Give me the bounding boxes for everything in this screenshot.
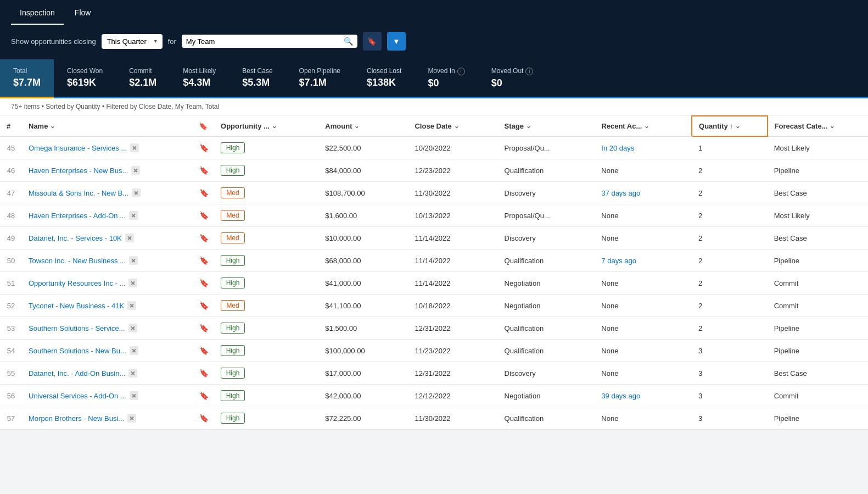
name-link[interactable]: Tyconet - New Business - 41K bbox=[29, 302, 124, 310]
cell-name[interactable]: Towson Inc. - New Business ... bbox=[22, 249, 192, 272]
cell-name[interactable]: Southern Solutions - Service... bbox=[22, 317, 192, 340]
cross-icon[interactable] bbox=[125, 234, 134, 242]
recent-activity-link[interactable]: 39 days ago bbox=[601, 392, 640, 400]
cell-bookmark[interactable]: 🔖 bbox=[192, 227, 214, 249]
cell-bookmark[interactable]: 🔖 bbox=[192, 272, 214, 295]
cell-name[interactable]: Omega Insurance - Services ... bbox=[22, 136, 192, 159]
row-bookmark-icon[interactable]: 🔖 bbox=[199, 346, 207, 355]
row-bookmark-icon[interactable]: 🔖 bbox=[199, 301, 207, 310]
col-header-amount[interactable]: Amount ⌄ bbox=[318, 116, 408, 136]
col-header-forecast[interactable]: Forecast Cate... ⌄ bbox=[768, 116, 868, 136]
summary-item-closed_lost[interactable]: Closed Lost$138K bbox=[354, 59, 415, 97]
tab-flow[interactable]: Flow bbox=[66, 2, 100, 25]
row-bookmark-icon[interactable]: 🔖 bbox=[199, 414, 207, 423]
info-icon-moved_out[interactable]: i bbox=[525, 68, 533, 75]
name-link[interactable]: Datanet, Inc. - Services - 10K bbox=[29, 234, 122, 242]
cell-bookmark[interactable]: 🔖 bbox=[192, 340, 214, 362]
cell-name[interactable]: Haven Enterprises - New Bus... bbox=[22, 159, 192, 182]
row-bookmark-icon[interactable]: 🔖 bbox=[199, 188, 207, 197]
row-bookmark-icon[interactable]: 🔖 bbox=[199, 369, 207, 378]
cell-name[interactable]: Universal Services - Add-On ... bbox=[22, 385, 192, 407]
cell-name[interactable]: Datanet, Inc. - Services - 10K bbox=[22, 227, 192, 249]
cell-recent-activity[interactable]: 37 days ago bbox=[595, 182, 692, 204]
period-select-wrapper[interactable]: This Quarter bbox=[102, 34, 163, 49]
col-header-name[interactable]: Name ⌄ bbox=[22, 116, 192, 136]
cell-bookmark[interactable]: 🔖 bbox=[192, 362, 214, 385]
cell-bookmark[interactable]: 🔖 bbox=[192, 295, 214, 317]
summary-item-total[interactable]: Total$7.7M bbox=[0, 59, 54, 98]
name-link[interactable]: Opportunity Resources Inc - ... bbox=[29, 279, 125, 287]
name-link[interactable]: Haven Enterprises - Add-On ... bbox=[29, 212, 126, 220]
filter-button[interactable]: ▼ bbox=[387, 32, 406, 51]
cross-icon[interactable] bbox=[128, 324, 137, 332]
cell-bookmark[interactable]: 🔖 bbox=[192, 136, 214, 159]
cell-bookmark[interactable]: 🔖 bbox=[192, 407, 214, 430]
cross-icon[interactable] bbox=[129, 256, 138, 265]
info-icon-moved_in[interactable]: i bbox=[457, 68, 465, 75]
bookmark-filter-button[interactable]: 🔖 bbox=[363, 32, 382, 51]
cross-icon[interactable] bbox=[130, 143, 139, 152]
cell-recent-activity[interactable]: 39 days ago bbox=[595, 385, 692, 407]
cell-bookmark[interactable]: 🔖 bbox=[192, 385, 214, 407]
cell-bookmark[interactable]: 🔖 bbox=[192, 249, 214, 272]
name-link[interactable]: Towson Inc. - New Business ... bbox=[29, 257, 126, 265]
row-bookmark-icon[interactable]: 🔖 bbox=[199, 279, 207, 287]
row-bookmark-icon[interactable]: 🔖 bbox=[199, 234, 207, 242]
row-bookmark-icon[interactable]: 🔖 bbox=[199, 256, 207, 265]
summary-item-moved_out[interactable]: Moved Outi$0 bbox=[478, 59, 547, 97]
name-link[interactable]: Universal Services - Add-On ... bbox=[29, 392, 126, 400]
col-header-bookmark[interactable]: 🔖 bbox=[192, 116, 214, 136]
cross-icon[interactable] bbox=[128, 369, 137, 378]
team-search-input[interactable] bbox=[186, 37, 344, 46]
recent-activity-link[interactable]: 37 days ago bbox=[601, 189, 640, 197]
row-bookmark-icon[interactable]: 🔖 bbox=[199, 324, 207, 332]
cell-name[interactable]: Missoula & Sons Inc. - New B... bbox=[22, 182, 192, 204]
cross-icon[interactable] bbox=[130, 391, 138, 400]
col-header-num[interactable]: # bbox=[0, 116, 22, 136]
name-link[interactable]: Missoula & Sons Inc. - New B... bbox=[29, 189, 128, 197]
row-bookmark-icon[interactable]: 🔖 bbox=[199, 211, 207, 220]
tab-inspection[interactable]: Inspection bbox=[11, 2, 64, 25]
cell-bookmark[interactable]: 🔖 bbox=[192, 204, 214, 227]
cell-bookmark[interactable]: 🔖 bbox=[192, 182, 214, 204]
cell-recent-activity[interactable]: 7 days ago bbox=[595, 249, 692, 272]
summary-item-most_likely[interactable]: Most Likely$4.3M bbox=[170, 59, 229, 97]
cell-name[interactable]: Morpon Brothers - New Busi... bbox=[22, 407, 192, 430]
col-header-recent-activity[interactable]: Recent Ac... ⌄ bbox=[595, 116, 692, 136]
name-link[interactable]: Haven Enterprises - New Bus... bbox=[29, 166, 128, 175]
summary-item-moved_in[interactable]: Moved Ini$0 bbox=[415, 59, 478, 97]
name-link[interactable]: Morpon Brothers - New Busi... bbox=[29, 414, 124, 423]
summary-item-best_case[interactable]: Best Case$5.3M bbox=[229, 59, 285, 97]
name-link[interactable]: Datanet, Inc. - Add-On Busin... bbox=[29, 369, 125, 378]
name-link[interactable]: Southern Solutions - Service... bbox=[29, 324, 125, 332]
cross-icon[interactable] bbox=[130, 346, 138, 355]
summary-item-commit[interactable]: Commit$2.1M bbox=[116, 59, 170, 97]
cell-name[interactable]: Datanet, Inc. - Add-On Busin... bbox=[22, 362, 192, 385]
cell-name[interactable]: Tyconet - New Business - 41K bbox=[22, 295, 192, 317]
cross-icon[interactable] bbox=[132, 188, 141, 197]
cross-icon[interactable] bbox=[131, 166, 140, 175]
cell-name[interactable]: Opportunity Resources Inc - ... bbox=[22, 272, 192, 295]
cell-name[interactable]: Haven Enterprises - Add-On ... bbox=[22, 204, 192, 227]
cell-bookmark[interactable]: 🔖 bbox=[192, 159, 214, 182]
recent-activity-link[interactable]: 7 days ago bbox=[601, 257, 636, 265]
col-header-stage[interactable]: Stage ⌄ bbox=[498, 116, 595, 136]
cross-icon[interactable] bbox=[129, 211, 138, 220]
row-bookmark-icon[interactable]: 🔖 bbox=[199, 166, 207, 175]
name-link[interactable]: Omega Insurance - Services ... bbox=[29, 144, 127, 152]
recent-activity-link[interactable]: In 20 days bbox=[601, 144, 634, 152]
row-bookmark-icon[interactable]: 🔖 bbox=[199, 391, 207, 400]
summary-item-closed_won[interactable]: Closed Won$619K bbox=[54, 59, 116, 97]
cell-recent-activity[interactable]: In 20 days bbox=[595, 136, 692, 159]
summary-item-open_pipeline[interactable]: Open Pipeline$7.1M bbox=[286, 59, 354, 97]
cross-icon[interactable] bbox=[127, 414, 136, 423]
row-bookmark-icon[interactable]: 🔖 bbox=[199, 143, 207, 152]
name-link[interactable]: Southern Solutions - New Bu... bbox=[29, 347, 126, 355]
cell-bookmark[interactable]: 🔖 bbox=[192, 317, 214, 340]
col-header-quantity[interactable]: Quantity ↑ ⌄ bbox=[692, 116, 768, 136]
cross-icon[interactable] bbox=[128, 279, 137, 287]
cross-icon[interactable] bbox=[127, 301, 136, 310]
col-header-close-date[interactable]: Close Date ⌄ bbox=[408, 116, 497, 136]
col-header-opportunity[interactable]: Opportunity ... ⌄ bbox=[214, 116, 318, 136]
period-select[interactable]: This Quarter bbox=[102, 34, 163, 49]
